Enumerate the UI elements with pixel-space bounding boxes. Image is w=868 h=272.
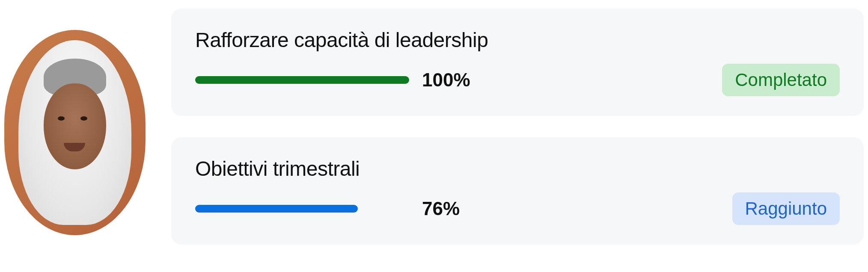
goals-list: Rafforzare capacità di leadership 100% C… xyxy=(171,9,864,245)
progress-percent: 100% xyxy=(422,69,470,91)
avatar-container xyxy=(4,17,146,248)
goal-title: Rafforzare capacità di leadership xyxy=(195,28,840,52)
progress-fill xyxy=(195,205,358,213)
status-badge: Raggiunto xyxy=(732,192,840,225)
progress-bar xyxy=(195,76,409,84)
progress-fill xyxy=(195,76,409,84)
goal-progress-row: 100% Completato xyxy=(195,64,840,96)
goal-card: Rafforzare capacità di leadership 100% C… xyxy=(171,9,864,116)
goal-progress-row: 76% Raggiunto xyxy=(195,192,840,225)
avatar-illustration xyxy=(4,30,146,235)
goal-card: Obiettivi trimestrali 76% Raggiunto xyxy=(171,137,864,245)
progress-bar xyxy=(195,205,409,213)
avatar xyxy=(4,30,146,235)
goal-title: Obiettivi trimestrali xyxy=(195,157,840,180)
status-badge: Completato xyxy=(722,64,840,96)
progress-percent: 76% xyxy=(422,198,460,219)
